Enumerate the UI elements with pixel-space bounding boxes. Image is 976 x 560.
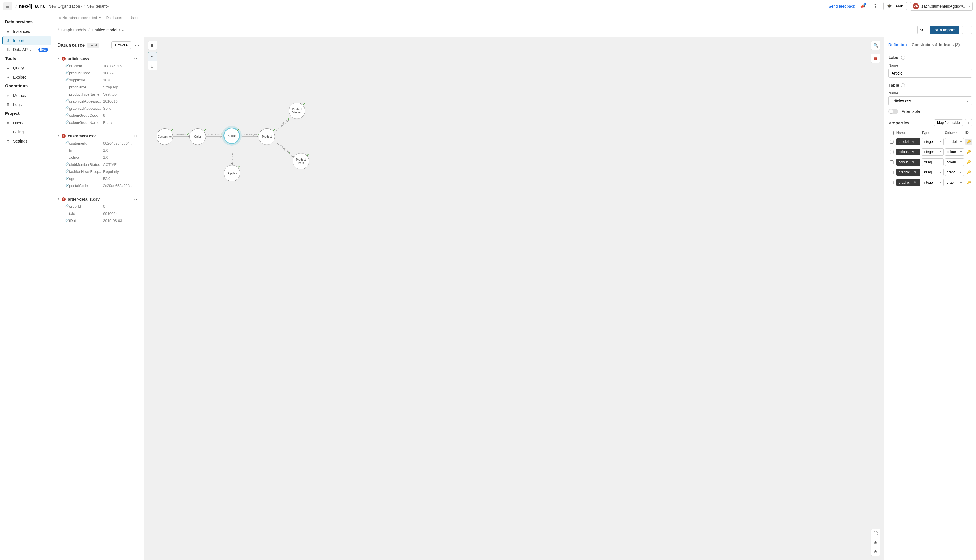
type-select[interactable]: string	[921, 158, 944, 166]
field-row[interactable]: 🔗supplierId1676	[57, 77, 140, 83]
field-row[interactable]: 🔗clubMemberStatusACTIVE	[57, 161, 140, 168]
column-select[interactable]: articleI	[945, 138, 964, 145]
field-row[interactable]: productTypeNameVest top	[57, 91, 140, 98]
column-select[interactable]: colour	[945, 148, 964, 156]
map-from-table-button[interactable]: Map from table	[934, 119, 963, 126]
sidebar-item-instances[interactable]: ≡Instances	[2, 27, 51, 36]
hamburger-menu[interactable]	[3, 2, 12, 10]
send-feedback-link[interactable]: Send feedback	[829, 4, 855, 8]
field-row[interactable]: txId6910064	[57, 210, 140, 217]
field-row[interactable]: 🔗graphicalAppeara...1010016	[57, 98, 140, 105]
column-select[interactable]: graphi	[945, 168, 964, 176]
field-row[interactable]: 🔗postalCode2c29ae653a928...	[57, 182, 140, 189]
field-row[interactable]: 🔗fashionNewsFreq...Regularly	[57, 168, 140, 175]
node-product-type[interactable]: Product Type✔	[293, 153, 309, 170]
node-order[interactable]: Order✔	[189, 128, 206, 145]
delete-button[interactable]: 🗑	[871, 54, 880, 63]
node-supplier[interactable]: Supplier✔	[224, 165, 240, 182]
toggle-panel-button[interactable]: ◧	[148, 41, 157, 50]
sidebar-item-users[interactable]: ⚘Users	[2, 118, 51, 128]
breadcrumb-current[interactable]: Untitled model 7 ▾	[92, 28, 123, 32]
field-row[interactable]: 🔗tDat2019-03-03	[57, 217, 140, 224]
info-icon[interactable]: i	[901, 83, 905, 87]
property-name-chip[interactable]: articleId✎	[896, 138, 921, 145]
user-menu[interactable]: ZA zach.blumenfeld+gds@... ▾	[910, 2, 973, 11]
sidebar-item-explore[interactable]: ✦Explore	[2, 73, 51, 82]
key-icon[interactable]: 🔑	[965, 150, 972, 154]
property-name-chip[interactable]: colour...✎	[896, 148, 921, 155]
row-checkbox[interactable]	[888, 150, 895, 154]
key-icon[interactable]: 🔑	[965, 160, 972, 164]
sidebar-item-logs[interactable]: 🗎Logs	[2, 100, 51, 109]
zoom-in-button[interactable]: ⊕	[871, 538, 880, 547]
key-icon[interactable]: 🔑	[965, 138, 972, 145]
property-name-chip[interactable]: graphic...✎	[896, 179, 921, 186]
type-select[interactable]: string	[921, 168, 944, 176]
file-header[interactable]: ▸!order-details.csv⋯	[57, 195, 140, 203]
file-more[interactable]: ⋯	[133, 56, 140, 61]
fit-button[interactable]: ⛶	[871, 529, 880, 538]
property-name-chip[interactable]: colour...✎	[896, 159, 921, 165]
field-row[interactable]: 🔗productCode108775	[57, 70, 140, 77]
add-property-button[interactable]: +	[965, 119, 972, 127]
preview-button[interactable]: 👁	[917, 25, 927, 34]
datasource-more[interactable]: ⋯	[133, 43, 140, 48]
file-more[interactable]: ⋯	[133, 133, 140, 138]
column-select[interactable]: colour	[945, 158, 964, 166]
field-row[interactable]: 🔗colourGroupNameBlack	[57, 119, 140, 126]
label-name-input[interactable]	[888, 68, 972, 78]
sidebar-item-query[interactable]: ▸Query	[2, 63, 51, 73]
sidebar-item-billing[interactable]: ☷Billing	[2, 128, 51, 137]
help-button[interactable]: ?	[871, 2, 880, 11]
key-icon[interactable]: 🔑	[965, 180, 972, 185]
field-row[interactable]: 🔗customerId00264b7d4cd64...	[57, 140, 140, 147]
sidebar-item-data-apis[interactable]: ⁂Data APIsBeta	[2, 45, 51, 54]
select-tool[interactable]: ⬚	[148, 61, 157, 70]
file-header[interactable]: ▸!articles.csv⋯	[57, 55, 140, 62]
field-row[interactable]: 🔗orderId0	[57, 203, 140, 210]
zoom-out-button[interactable]: ⊖	[871, 547, 880, 556]
row-checkbox[interactable]	[888, 171, 895, 174]
row-checkbox[interactable]	[888, 140, 895, 144]
type-select[interactable]: integer	[921, 179, 944, 186]
pointer-tool[interactable]: ↖	[148, 52, 157, 61]
row-checkbox[interactable]	[888, 160, 895, 164]
node-product-category[interactable]: Product Categor...✔	[289, 103, 305, 119]
select-all-checkbox[interactable]	[888, 131, 895, 135]
sidebar-item-settings[interactable]: ⚙Settings	[2, 137, 51, 146]
browse-button[interactable]: Browse	[112, 42, 131, 49]
sidebar-item-import[interactable]: ⇩Import	[2, 36, 51, 45]
sidebar-item-metrics[interactable]: ⫏Metrics	[2, 91, 51, 100]
learn-button[interactable]: 🎓Learn	[883, 2, 907, 10]
instance-status[interactable]: No instance connected ▾	[59, 16, 101, 20]
info-icon[interactable]: i	[901, 55, 905, 60]
graph-canvas[interactable]: ◧ ↖ ⬚ 🔍 🗑 ⛶ ⊕ ⊖	[144, 37, 884, 560]
more-actions-button[interactable]: ⋯	[962, 25, 972, 34]
field-row[interactable]: 🔗articleId108775015	[57, 62, 140, 70]
breadcrumb-parent[interactable]: Graph models	[61, 28, 86, 32]
node-product[interactable]: Product✔	[259, 128, 275, 145]
org-selector[interactable]: New Organization▾	[48, 4, 82, 8]
field-row[interactable]: 🔗graphicalAppeara...Solid	[57, 105, 140, 112]
property-name-chip[interactable]: graphic...✎	[896, 169, 921, 176]
tab-definition[interactable]: Definition	[888, 41, 907, 50]
row-checkbox[interactable]	[888, 181, 895, 185]
tab-constraints[interactable]: Constraints & Indexes (2)	[912, 41, 960, 50]
file-header[interactable]: ▸!customers.csv⋯	[57, 132, 140, 140]
column-select[interactable]: graphi	[945, 179, 964, 186]
node-customer[interactable]: Custom- er✔	[157, 128, 173, 145]
file-more[interactable]: ⋯	[133, 197, 140, 202]
field-row[interactable]: 🔗colourGroupCode9	[57, 112, 140, 119]
table-select[interactable]: articles.csv	[888, 97, 972, 105]
key-icon[interactable]: 🔑	[965, 170, 972, 174]
type-select[interactable]: integer	[921, 148, 944, 156]
filter-toggle[interactable]	[888, 109, 898, 114]
field-row[interactable]: 🔗age53.0	[57, 175, 140, 182]
type-select[interactable]: integer	[921, 138, 944, 145]
tenant-selector[interactable]: New tenant▾	[87, 4, 108, 8]
node-article[interactable]: Article✔	[224, 128, 240, 144]
notifications-button[interactable]: 📣	[858, 2, 868, 11]
field-row[interactable]: fn1.0	[57, 147, 140, 154]
search-canvas-button[interactable]: 🔍	[871, 41, 880, 50]
field-row[interactable]: active1.0	[57, 154, 140, 161]
